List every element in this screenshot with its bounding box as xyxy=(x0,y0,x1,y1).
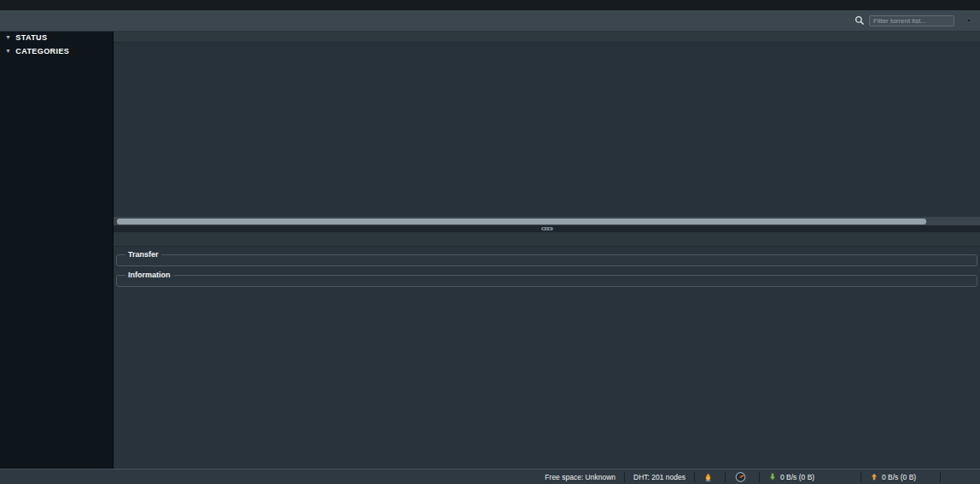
details-pane: Transfer Information xyxy=(114,247,980,469)
information-legend: Information xyxy=(125,271,173,279)
filter-torrent-input[interactable] xyxy=(869,15,954,26)
collapse-triangle-icon: ▼ xyxy=(5,48,11,54)
torrent-table xyxy=(114,32,980,225)
upload-arrow-icon xyxy=(870,472,878,481)
upload-speed-status[interactable]: 0 B/s (0 B) xyxy=(861,469,940,484)
categories-header-label: CATEGORIES xyxy=(15,47,69,55)
menu-bar xyxy=(0,0,980,10)
status-bar: Free space: Unknown DHT: 201 nodes 0 B/s… xyxy=(0,469,980,484)
information-groupbox: Information xyxy=(116,271,977,287)
horizontal-scrollbar[interactable] xyxy=(114,217,980,225)
status-section-header[interactable]: ▼ STATUS xyxy=(0,32,113,43)
table-header-row xyxy=(114,32,980,43)
alt-speed-gauge-icon[interactable] xyxy=(726,469,759,484)
search-icon xyxy=(855,15,865,26)
splitter-grip xyxy=(541,227,553,230)
pane-splitter[interactable] xyxy=(114,225,980,232)
sidebar: ▼ STATUS ▼ CATEGORIES xyxy=(0,32,114,469)
transfer-groupbox: Transfer xyxy=(116,250,977,266)
horizontal-scrollbar-thumb[interactable] xyxy=(117,219,926,225)
free-space-label: Free space: Unknown xyxy=(536,469,624,484)
dht-nodes-label: DHT: 201 nodes xyxy=(625,469,694,484)
connection-status-icon[interactable] xyxy=(695,469,725,484)
download-speed-status[interactable]: 0 B/s (0 B) xyxy=(760,469,860,484)
collapse-triangle-icon: ▼ xyxy=(5,34,11,40)
transfer-legend: Transfer xyxy=(125,250,161,259)
status-header-label: STATUS xyxy=(15,33,47,42)
table-empty-area xyxy=(114,43,980,217)
download-arrow-icon xyxy=(768,472,777,481)
detail-tab-bar xyxy=(114,232,980,247)
categories-section-header[interactable]: ▼ CATEGORIES xyxy=(0,45,113,56)
view-tabs xyxy=(968,20,970,21)
toolbar xyxy=(0,10,980,32)
